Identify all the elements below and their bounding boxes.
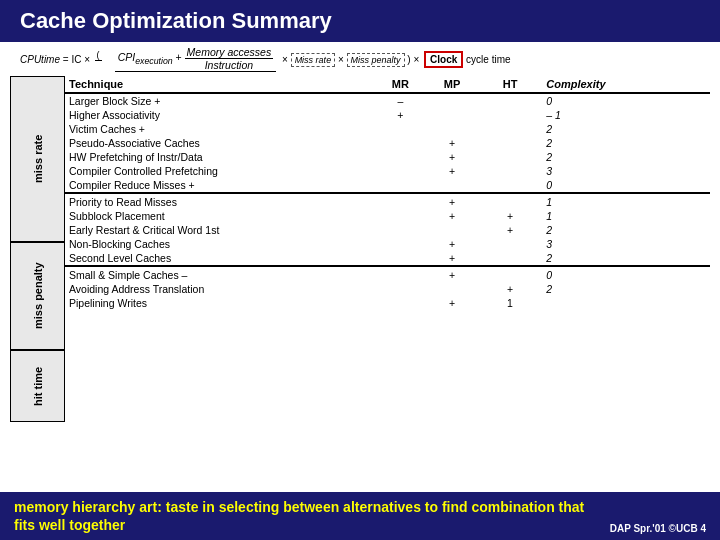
hit-time-label: hit time — [10, 350, 65, 422]
cell-technique: Pseudo-Associative Caches — [65, 136, 375, 150]
cell-mp — [426, 108, 478, 122]
header-ht: HT — [478, 76, 543, 93]
cell-ht: + — [478, 209, 543, 223]
slide: Cache Optimization Summary CPUtime = IC … — [0, 0, 720, 540]
section-labels: miss rate miss penalty hit time — [10, 76, 65, 422]
table-row: Pipelining Writes+1 — [65, 296, 710, 310]
cell-mp — [426, 122, 478, 136]
cell-technique: Victim Caches + — [65, 122, 375, 136]
cell-mp: + — [426, 251, 478, 266]
cell-ht — [478, 178, 543, 193]
table-row: Avoiding Address Translation+2 — [65, 282, 710, 296]
cell-ht — [478, 237, 543, 251]
cell-mp: + — [426, 266, 478, 282]
cell-technique: Avoiding Address Translation — [65, 282, 375, 296]
cell-mr — [375, 296, 427, 310]
cell-mp: + — [426, 136, 478, 150]
cell-mp: + — [426, 164, 478, 178]
header-mr: MR — [375, 76, 427, 93]
cell-mr — [375, 178, 427, 193]
cell-technique: Early Restart & Critical Word 1st — [65, 223, 375, 237]
cell-mr — [375, 193, 427, 209]
table-row: Pseudo-Associative Caches+2 — [65, 136, 710, 150]
cell-technique: HW Prefetching of Instr/Data — [65, 150, 375, 164]
table-row: Early Restart & Critical Word 1st+2 — [65, 223, 710, 237]
cell-technique: Higher Associativity — [65, 108, 375, 122]
cell-mr — [375, 122, 427, 136]
clock-box: Clock — [424, 51, 463, 68]
main-table-container: Technique MR MP HT Complexity — [65, 76, 710, 422]
cell-mr: + — [375, 108, 427, 122]
cell-complexity: 1 — [542, 209, 710, 223]
cell-ht: 1 — [478, 296, 543, 310]
cell-technique: Second Level Caches — [65, 251, 375, 266]
footer-note: DAP Spr.'01 ©UCB 4 — [610, 523, 706, 534]
cell-ht — [478, 266, 543, 282]
cell-complexity: 1 — [542, 193, 710, 209]
table-row: Subblock Placement++1 — [65, 209, 710, 223]
header-technique: Technique — [65, 76, 375, 93]
header-complexity: Complexity — [542, 76, 710, 93]
cell-mp: + — [426, 209, 478, 223]
cell-ht — [478, 93, 543, 108]
cell-ht — [478, 136, 543, 150]
slide-title: Cache Optimization Summary — [0, 0, 720, 42]
cell-ht — [478, 150, 543, 164]
table-row: Compiler Controlled Prefetching+3 — [65, 164, 710, 178]
cell-mp: + — [426, 193, 478, 209]
cell-technique: Compiler Controlled Prefetching — [65, 164, 375, 178]
cell-technique: Subblock Placement — [65, 209, 375, 223]
cell-mr — [375, 150, 427, 164]
cell-complexity: 3 — [542, 164, 710, 178]
cell-technique: Pipelining Writes — [65, 296, 375, 310]
title-text: Cache Optimization Summary — [20, 8, 332, 33]
cell-technique: Small & Simple Caches – — [65, 266, 375, 282]
cell-complexity: 2 — [542, 150, 710, 164]
header-mp: MP — [426, 76, 478, 93]
miss-rate-label: miss rate — [10, 76, 65, 242]
cell-complexity: 3 — [542, 237, 710, 251]
table-row: Compiler Reduce Misses +0 — [65, 178, 710, 193]
cell-complexity — [542, 296, 710, 310]
cell-ht — [478, 251, 543, 266]
cell-mr — [375, 251, 427, 266]
cell-complexity: 0 — [542, 93, 710, 108]
cell-complexity: 2 — [542, 136, 710, 150]
cell-technique: Non-Blocking Caches — [65, 237, 375, 251]
cell-ht — [478, 122, 543, 136]
cell-mr — [375, 266, 427, 282]
miss-penalty-label: miss penalty — [10, 242, 65, 350]
cell-mr — [375, 209, 427, 223]
cell-complexity: 2 — [542, 251, 710, 266]
cell-ht: + — [478, 282, 543, 296]
cell-mp: + — [426, 237, 478, 251]
cell-mr — [375, 282, 427, 296]
table-row: Non-Blocking Caches+3 — [65, 237, 710, 251]
cell-ht — [478, 164, 543, 178]
content-area: miss rate miss penalty hit time Techniqu… — [0, 76, 720, 422]
cell-complexity: 2 — [542, 223, 710, 237]
cell-ht — [478, 108, 543, 122]
cell-technique: Priority to Read Misses — [65, 193, 375, 209]
cell-technique: Larger Block Size + — [65, 93, 375, 108]
cell-mp — [426, 93, 478, 108]
table-row: Second Level Caches+2 — [65, 251, 710, 266]
formula-area: CPUtime = IC × ( x CPIexecution + Memory… — [0, 42, 720, 76]
formula-text: CPUtime = IC × ( x CPIexecution + Memory… — [20, 46, 511, 74]
table-row: Victim Caches +2 — [65, 122, 710, 136]
cell-mp — [426, 178, 478, 193]
table-row: HW Prefetching of Instr/Data+2 — [65, 150, 710, 164]
cell-technique: Compiler Reduce Misses + — [65, 178, 375, 193]
cell-mr — [375, 164, 427, 178]
cell-mp: + — [426, 296, 478, 310]
cell-mp — [426, 223, 478, 237]
cell-complexity: 2 — [542, 282, 710, 296]
cell-mr — [375, 237, 427, 251]
table-row: Priority to Read Misses+1 — [65, 193, 710, 209]
table-row: Larger Block Size +–0 — [65, 93, 710, 108]
cell-mp — [426, 282, 478, 296]
footer-bar: memory hierarchy art: taste in selecting… — [0, 492, 720, 540]
cell-mr — [375, 223, 427, 237]
cell-complexity: 2 — [542, 122, 710, 136]
cell-mr — [375, 136, 427, 150]
